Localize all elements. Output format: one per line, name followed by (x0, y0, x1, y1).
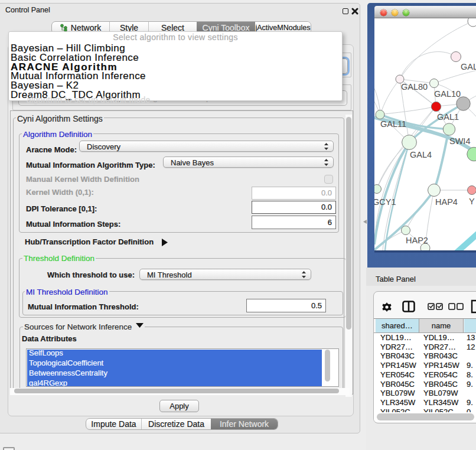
svg-text:GAL11: GAL11 (380, 119, 406, 129)
svg-text:GAL1: GAL1 (437, 112, 459, 122)
svg-text:GAL80: GAL80 (401, 82, 428, 92)
svg-text:SWI4: SWI4 (449, 136, 470, 146)
svg-text:Y: Y (469, 197, 475, 206)
svg-text:HAP2: HAP2 (406, 236, 428, 245)
svg-text:GAL10: GAL10 (434, 89, 461, 99)
svg-text:GCY1: GCY1 (374, 197, 396, 207)
svg-text:GAL2: GAL2 (461, 62, 476, 71)
svg-text:GAL4: GAL4 (410, 150, 432, 159)
svg-text:HAP4: HAP4 (435, 197, 458, 207)
